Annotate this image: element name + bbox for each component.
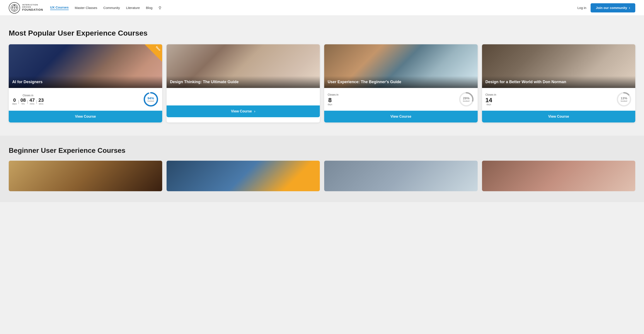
beginner-card-4 (482, 161, 636, 191)
logo-link[interactable]: INTERACTION DESIGN FOUNDATION (9, 2, 43, 14)
card-info-design-thinking (166, 88, 320, 105)
course-card-ux-beginner: User Experience: The Beginner's Guide Cl… (324, 44, 478, 122)
course-card-ai-designers: New AI for Designers Closes in 0 days | (9, 44, 162, 122)
svg-point-4 (14, 5, 15, 6)
booked-circle-ai-designers: 94% booked (143, 91, 159, 107)
course-image-ai-designers: New AI for Designers (9, 44, 162, 88)
beginner-card-3 (324, 161, 478, 191)
booked-circle-don-norman: 13% booked (616, 91, 632, 107)
closes-in-ai-designers: Closes in 0 days | 08 hrs | (12, 94, 44, 105)
nav-literature[interactable]: Literature (126, 6, 140, 10)
countdown-ai-designers: 0 days | 08 hrs | 47 mins (12, 98, 44, 105)
closes-in-don-norman: Closes in 14 days (486, 93, 496, 106)
countdown-ux-beginner: 8 days (328, 97, 338, 106)
beginner-card-1 (9, 161, 162, 191)
course-card-design-thinking: Design Thinking: The Ultimate Guide View… (166, 44, 320, 122)
chevron-right-icon: › (629, 6, 630, 10)
countdown-don-norman: 14 days (486, 97, 496, 106)
popular-section-title: Most Popular User Experience Courses (9, 29, 635, 37)
beginner-cards-row (9, 161, 635, 191)
beginner-section-title: Beginner User Experience Courses (9, 146, 635, 154)
nav-master-classes[interactable]: Master Classes (75, 6, 97, 10)
site-header: INTERACTION DESIGN FOUNDATION UX Courses… (0, 0, 644, 16)
popular-courses-section: Most Popular User Experience Courses New… (9, 29, 635, 122)
course-title-don-norman: Design for a Better World with Don Norma… (482, 76, 636, 88)
course-title-design-thinking: Design Thinking: The Ultimate Guide (166, 76, 320, 88)
course-card-don-norman: Design for a Better World with Don Norma… (482, 44, 636, 122)
card-info-don-norman: Closes in 14 days (482, 88, 636, 111)
nav-blog[interactable]: Blog (146, 6, 152, 10)
view-course-button-don-norman[interactable]: View Course (482, 111, 636, 122)
course-image-design-thinking: Design Thinking: The Ultimate Guide (166, 44, 320, 88)
nav-ux-courses[interactable]: UX Courses (50, 6, 69, 10)
view-course-button-ux-beginner[interactable]: View Course (324, 111, 478, 122)
nav-community[interactable]: Community (103, 6, 120, 10)
arrow-right-icon: › (254, 109, 255, 113)
card-info-ai-designers: Closes in 0 days | 08 hrs | (9, 88, 162, 111)
search-button[interactable]: ⚲ (158, 6, 161, 10)
view-course-button-design-thinking[interactable]: View Course › (166, 105, 320, 117)
popular-courses-grid: New AI for Designers Closes in 0 days | (9, 44, 635, 122)
course-title-ai-designers: AI for Designers (9, 76, 162, 88)
closes-in-ux-beginner: Closes in 8 days (328, 93, 338, 106)
view-course-button-ai-designers[interactable]: View Course (9, 111, 162, 122)
header-right: Log in Join our community › (577, 3, 635, 13)
svg-point-6 (16, 7, 16, 8)
header-left: INTERACTION DESIGN FOUNDATION UX Courses… (9, 2, 161, 14)
svg-point-5 (12, 7, 13, 8)
logo-text: INTERACTION DESIGN FOUNDATION (22, 4, 43, 11)
svg-point-7 (14, 8, 15, 8)
main-nav: UX Courses Master Classes Community Lite… (50, 6, 162, 10)
course-image-don-norman: Design for a Better World with Don Norma… (482, 44, 636, 88)
booked-circle-ux-beginner: 29% booked (458, 91, 474, 107)
course-title-ux-beginner: User Experience: The Beginner's Guide (324, 76, 478, 88)
main-content: Most Popular User Experience Courses New… (0, 16, 644, 211)
beginner-courses-section: Beginner User Experience Courses (0, 135, 644, 202)
join-community-button[interactable]: Join our community › (590, 3, 635, 13)
course-image-ux-beginner: User Experience: The Beginner's Guide (324, 44, 478, 88)
new-badge: New (145, 44, 162, 62)
card-info-ux-beginner: Closes in 8 days (324, 88, 478, 111)
logo-icon (9, 2, 20, 14)
login-link[interactable]: Log in (577, 6, 586, 10)
beginner-card-2 (166, 161, 320, 191)
